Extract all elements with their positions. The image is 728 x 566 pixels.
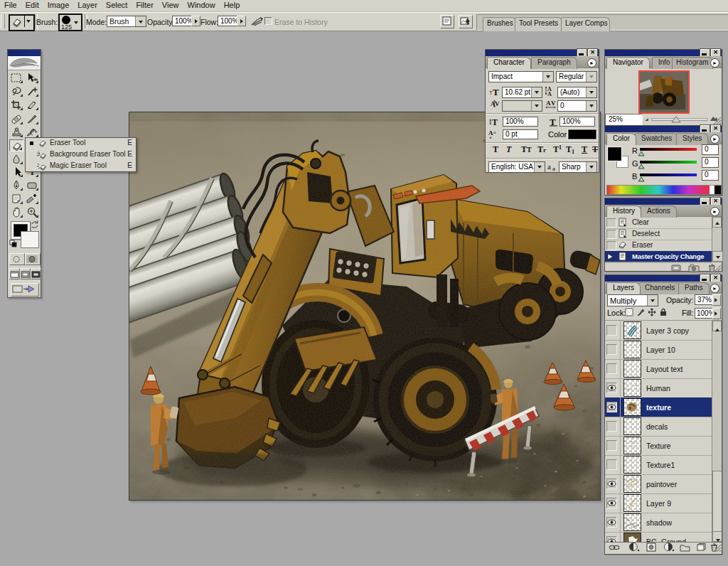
svg-text:a: a [547, 162, 551, 171]
svg-text:T: T [493, 87, 499, 96]
svg-text:a: a [552, 165, 555, 171]
svg-text:I: I [489, 118, 491, 126]
svg-text:A: A [546, 100, 551, 107]
svg-text:T: T [492, 117, 498, 127]
svg-text:A: A [488, 129, 493, 137]
svg-text:V: V [551, 100, 556, 107]
svg-text:A: A [547, 91, 552, 96]
svg-text:V: V [495, 100, 500, 107]
svg-text:T: T [550, 117, 556, 127]
svg-text:a: a [493, 129, 496, 135]
